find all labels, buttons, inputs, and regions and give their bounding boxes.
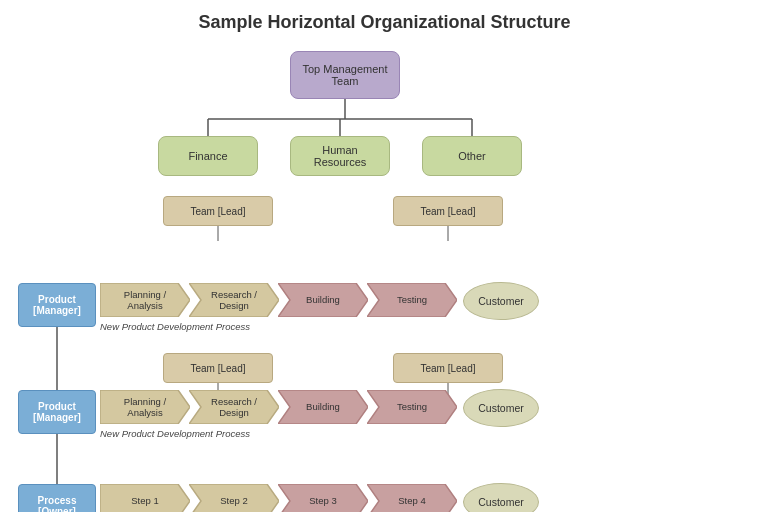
- top-management: Top ManagementTeam: [290, 51, 400, 99]
- team-lead-2a: Team [Lead]: [163, 353, 273, 383]
- process-owner: Process[Owner]: [18, 484, 96, 512]
- step-planning-2: Planning /Analysis: [100, 390, 190, 424]
- step-building-2: Building: [278, 390, 368, 424]
- step-1: Step 1: [100, 484, 190, 512]
- team-lead-1b: Team [Lead]: [393, 196, 503, 226]
- page-title: Sample Horizontal Organizational Structu…: [0, 0, 769, 41]
- team-lead-1a: Team [Lead]: [163, 196, 273, 226]
- diagram: Top ManagementTeam Finance HumanResource…: [0, 41, 769, 511]
- step-4: Step 4: [367, 484, 457, 512]
- step-research-1: Research /Design: [189, 283, 279, 317]
- customer-oval-1: Customer: [463, 282, 539, 320]
- process-label-2: New Product Development Process: [100, 428, 250, 439]
- row2-steps: Planning /Analysis Research /Design Buil…: [100, 390, 456, 424]
- customer-oval-3: Customer: [463, 483, 539, 512]
- product-manager-2: Product[Manager]: [18, 390, 96, 434]
- step-2: Step 2: [189, 484, 279, 512]
- product-manager-1: Product[Manager]: [18, 283, 96, 327]
- step-planning-1: Planning /Analysis: [100, 283, 190, 317]
- human-resources-box: HumanResources: [290, 136, 390, 176]
- team-lead-2b: Team [Lead]: [393, 353, 503, 383]
- customer-oval-2: Customer: [463, 389, 539, 427]
- finance-box: Finance: [158, 136, 258, 176]
- step-testing-2: Testing: [367, 390, 457, 424]
- connector-lines: [0, 41, 769, 512]
- step-building-1: Building: [278, 283, 368, 317]
- row1-steps: Planning /Analysis Research /Design Buil…: [100, 283, 456, 317]
- step-3: Step 3: [278, 484, 368, 512]
- step-testing-1: Testing: [367, 283, 457, 317]
- row3-steps: Step 1 Step 2 Step 3 Step 4: [100, 484, 456, 512]
- step-research-2: Research /Design: [189, 390, 279, 424]
- other-box: Other: [422, 136, 522, 176]
- process-label-1: New Product Development Process: [100, 321, 250, 332]
